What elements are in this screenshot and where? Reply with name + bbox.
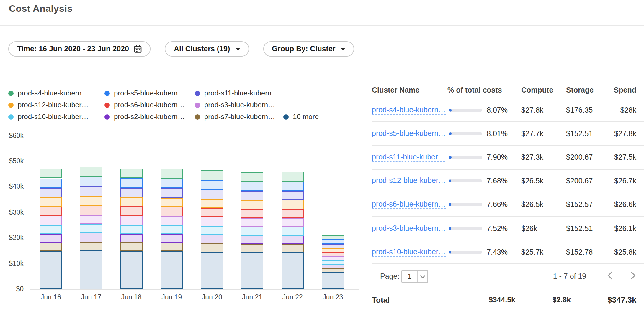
bar-segment[interactable] <box>241 172 264 182</box>
bar-segment[interactable] <box>80 224 102 233</box>
bar-segment[interactable] <box>322 244 344 248</box>
bar-segment[interactable] <box>241 244 264 252</box>
bar-segment[interactable] <box>120 216 143 225</box>
bar-segment[interactable] <box>80 187 102 196</box>
cluster-name-link[interactable]: prod-s11-blue-kuber… <box>372 153 445 162</box>
bar-segment[interactable] <box>161 188 183 198</box>
bar-segment[interactable] <box>161 198 183 207</box>
bar-segment[interactable] <box>80 233 102 242</box>
legend-item[interactable]: 10 more <box>283 113 319 121</box>
bar-segment[interactable] <box>80 167 102 177</box>
bar-segment[interactable] <box>201 252 223 289</box>
bar-segment[interactable] <box>241 191 264 200</box>
bar-segment[interactable] <box>161 251 183 289</box>
bar-segment[interactable] <box>201 180 223 189</box>
bar-segment[interactable] <box>281 227 304 236</box>
bar-segment[interactable] <box>120 197 143 206</box>
legend-item[interactable]: prod-s11-blue-kubern… <box>195 89 283 97</box>
bar-segment[interactable] <box>120 178 143 188</box>
prev-page-button[interactable] <box>607 271 613 281</box>
legend-item[interactable]: prod-s3-blue-kubern… <box>195 101 283 109</box>
bar-segment[interactable] <box>322 252 344 256</box>
legend-item[interactable]: prod-s6-blue-kubern… <box>104 101 195 109</box>
bar-segment[interactable] <box>40 243 62 251</box>
bar-segment[interactable] <box>161 169 183 179</box>
bar-segment[interactable] <box>281 252 304 289</box>
bar-segment[interactable] <box>40 216 62 225</box>
bar-segment[interactable] <box>281 172 304 181</box>
bar-segment[interactable] <box>120 234 143 243</box>
bar-segment[interactable] <box>120 188 143 197</box>
bar-segment[interactable] <box>322 256 344 260</box>
bar-segment[interactable] <box>201 217 223 226</box>
bar-segment[interactable] <box>281 191 304 200</box>
bar-segment[interactable] <box>40 207 62 216</box>
bar-segment[interactable] <box>40 234 62 243</box>
bar-segment[interactable] <box>120 251 143 289</box>
next-page-button[interactable] <box>630 271 636 281</box>
bar-segment[interactable] <box>322 240 344 244</box>
legend-item[interactable]: prod-s10-blue-kuber… <box>8 113 104 121</box>
bar-segment[interactable] <box>201 235 223 244</box>
bar-segment[interactable] <box>281 181 304 191</box>
legend-item[interactable]: prod-s2-blue-kubern… <box>104 113 195 121</box>
bar-segment[interactable] <box>80 251 102 289</box>
bar-segment[interactable] <box>80 242 102 251</box>
bar-segment[interactable] <box>281 200 304 209</box>
bar-segment[interactable] <box>241 182 264 191</box>
bar-segment[interactable] <box>322 265 344 268</box>
bar-segment[interactable] <box>120 207 143 216</box>
bar-segment[interactable] <box>322 272 344 289</box>
bar-segment[interactable] <box>201 199 223 208</box>
legend-item[interactable]: prod-s5-blue-kubern… <box>104 89 195 97</box>
bar-segment[interactable] <box>281 244 304 252</box>
time-range-filter[interactable]: Time: 16 Jun 2020 - 23 Jun 2020 <box>8 41 151 57</box>
bar-segment[interactable] <box>40 188 62 197</box>
bar-segment[interactable] <box>201 243 223 252</box>
bar-segment[interactable] <box>281 218 304 227</box>
bar-segment[interactable] <box>241 209 264 218</box>
bar-segment[interactable] <box>322 268 344 272</box>
cluster-name-link[interactable]: prod-s10-blue-kuber… <box>372 248 446 256</box>
page-select[interactable]: 1 <box>401 270 428 283</box>
bar-segment[interactable] <box>120 168 143 178</box>
cluster-name-link[interactable]: prod-s3-blue-kubern… <box>372 224 446 233</box>
bar-segment[interactable] <box>201 226 223 235</box>
bar-segment[interactable] <box>161 243 183 251</box>
bar-segment[interactable] <box>241 227 264 236</box>
bar-segment[interactable] <box>201 208 223 217</box>
legend-item[interactable]: prod-s12-blue-kuber… <box>8 101 104 109</box>
bar-segment[interactable] <box>80 177 102 187</box>
cluster-name-link[interactable]: prod-s6-blue-kubern… <box>372 200 446 209</box>
bar-segment[interactable] <box>80 196 102 206</box>
cluster-name-link[interactable]: prod-s12-blue-kuber… <box>372 177 446 185</box>
bar-segment[interactable] <box>281 236 304 244</box>
bar-segment[interactable] <box>40 225 62 234</box>
bar-segment[interactable] <box>161 234 183 243</box>
bar-segment[interactable] <box>161 179 183 188</box>
legend-item[interactable]: prod-s4-blue-kubern… <box>8 89 104 97</box>
bar-segment[interactable] <box>241 200 264 209</box>
clusters-filter[interactable]: All Clusters (19) <box>165 41 249 57</box>
bar-segment[interactable] <box>322 235 344 240</box>
bar-segment[interactable] <box>201 170 223 180</box>
cluster-name-link[interactable]: prod-s5-blue-kubern… <box>372 129 446 138</box>
legend-item[interactable]: prod-s7-blue-kubern… <box>195 113 283 121</box>
bar-segment[interactable] <box>80 215 102 224</box>
bar-segment[interactable] <box>241 236 264 244</box>
bar-segment[interactable] <box>40 169 62 178</box>
bar-segment[interactable] <box>241 218 264 227</box>
bar-segment[interactable] <box>322 260 344 265</box>
bar-segment[interactable] <box>161 225 183 234</box>
bar-segment[interactable] <box>281 209 304 218</box>
bar-segment[interactable] <box>80 206 102 215</box>
bar-segment[interactable] <box>161 207 183 216</box>
bar-segment[interactable] <box>201 189 223 199</box>
bar-segment[interactable] <box>241 252 264 289</box>
bar-segment[interactable] <box>120 243 143 251</box>
bar-segment[interactable] <box>120 225 143 234</box>
bar-segment[interactable] <box>161 216 183 225</box>
bar-segment[interactable] <box>322 248 344 252</box>
bar-segment[interactable] <box>40 251 62 289</box>
cluster-name-link[interactable]: prod-s4-blue-kubern… <box>372 105 446 114</box>
